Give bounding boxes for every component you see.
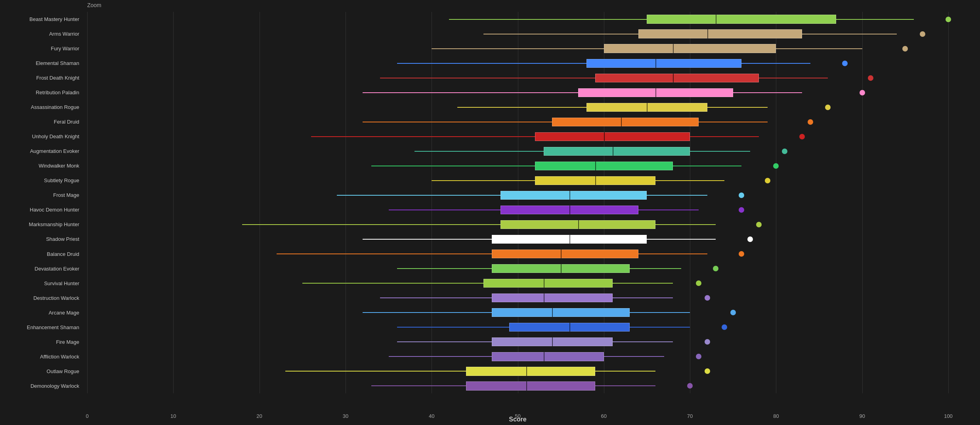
box-row — [87, 349, 948, 364]
outlier-dot — [825, 105, 831, 110]
outlier-dot — [868, 75, 873, 81]
y-label: Feral Druid — [0, 114, 83, 129]
box-row — [87, 114, 948, 129]
y-label: Destruction Warlock — [0, 291, 83, 305]
median-line — [655, 88, 656, 97]
median-line — [569, 191, 570, 200]
box-row — [87, 232, 948, 247]
median-line — [655, 59, 656, 68]
box-rect — [466, 381, 595, 390]
x-tick: 100 — [944, 413, 953, 419]
outlier-dot — [920, 31, 925, 37]
y-label: Outlaw Rogue — [0, 364, 83, 379]
outlier-dot — [765, 178, 770, 183]
x-tick: 70 — [687, 413, 693, 419]
y-label: Marksmanship Hunter — [0, 217, 83, 232]
median-line — [595, 176, 596, 185]
box-rect — [492, 308, 630, 317]
box-row — [87, 41, 948, 56]
median-line — [569, 323, 570, 332]
outlier-dot — [782, 149, 787, 154]
box-row — [87, 335, 948, 349]
y-label: Retribution Paladin — [0, 85, 83, 100]
box-row — [87, 85, 948, 100]
outlier-dot — [696, 280, 701, 286]
outlier-dot — [739, 207, 744, 213]
box-row — [87, 158, 948, 173]
median-line — [604, 132, 605, 141]
box-row — [87, 291, 948, 305]
y-label: Havoc Demon Hunter — [0, 202, 83, 217]
median-line — [544, 293, 544, 302]
box-row — [87, 12, 948, 27]
y-label: Assassination Rogue — [0, 100, 83, 114]
box-row — [87, 261, 948, 276]
x-tick: 20 — [256, 413, 262, 419]
y-label: Unholy Death Knight — [0, 129, 83, 144]
box-row — [87, 305, 948, 320]
box-row — [87, 71, 948, 85]
y-label: Frost Death Knight — [0, 71, 83, 85]
box-rect — [492, 352, 604, 361]
outlier-dot — [902, 46, 908, 51]
median-line — [526, 367, 527, 375]
x-tick: 0 — [86, 413, 88, 419]
y-label: Shadow Priest — [0, 232, 83, 246]
box-row — [87, 203, 948, 217]
median-line — [544, 279, 544, 288]
median-line — [561, 264, 562, 273]
x-tick: 90 — [859, 413, 865, 419]
y-label: Demonology Warlock — [0, 379, 83, 393]
box-row — [87, 379, 948, 393]
box-rect — [544, 147, 690, 156]
median-line — [552, 337, 553, 346]
chart-area: Beast Mastery HunterArms WarriorFury War… — [87, 12, 948, 393]
median-line — [569, 235, 570, 244]
outlier-dot — [842, 61, 848, 66]
median-line — [544, 352, 544, 361]
median-line — [673, 74, 674, 82]
box-rect — [501, 191, 647, 200]
median-line — [569, 206, 570, 214]
x-axis-label: Score — [509, 416, 526, 423]
outlier-dot — [756, 222, 762, 227]
boxes-area — [87, 12, 948, 393]
x-tick: 80 — [773, 413, 779, 419]
y-label: Balance Druid — [0, 247, 83, 261]
outlier-dot — [705, 339, 710, 345]
box-row — [87, 247, 948, 261]
box-rect — [595, 74, 759, 82]
x-tick: 60 — [601, 413, 607, 419]
box-row — [87, 129, 948, 144]
median-line — [707, 29, 708, 38]
x-tick: 40 — [429, 413, 434, 419]
box-row — [87, 364, 948, 379]
outlier-dot — [696, 354, 701, 359]
y-label: Affliction Warlock — [0, 349, 83, 364]
median-line — [561, 250, 562, 258]
box-rect — [552, 118, 698, 126]
median-line — [613, 147, 613, 156]
box-row — [87, 217, 948, 232]
box-row — [87, 100, 948, 114]
box-row — [87, 56, 948, 71]
box-row — [87, 144, 948, 158]
outlier-dot — [799, 134, 805, 139]
y-label: Augmentation Evoker — [0, 144, 83, 158]
median-line — [621, 118, 622, 126]
outlier-dot — [747, 236, 753, 242]
median-line — [673, 44, 674, 53]
outlier-dot — [773, 163, 779, 169]
median-line — [595, 162, 596, 170]
box-row — [87, 173, 948, 188]
y-label: Frost Mage — [0, 188, 83, 202]
median-line — [716, 15, 716, 23]
outlier-dot — [739, 251, 744, 257]
box-rect — [586, 59, 741, 68]
box-row — [87, 276, 948, 291]
chart-container: Zoom Beast Mastery HunterArms WarriorFur… — [0, 0, 980, 425]
outlier-dot — [860, 90, 865, 95]
x-tick: 10 — [170, 413, 176, 419]
outlier-dot — [739, 192, 744, 198]
y-label: Beast Mastery Hunter — [0, 12, 83, 27]
